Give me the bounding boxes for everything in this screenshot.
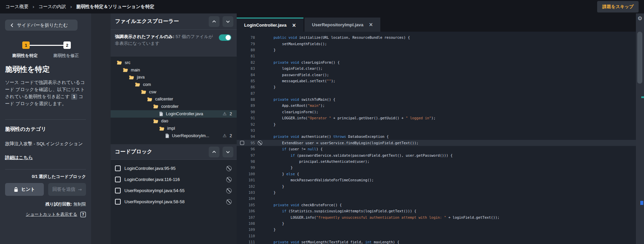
- codeblock-item[interactable]: UserRepositoryImpl.java:58-58: [111, 196, 237, 207]
- close-icon[interactable]: ×: [292, 22, 296, 28]
- code-line: 107 LOGGER.info("frequently unsuccessful…: [237, 214, 636, 220]
- hint-button[interactable]: ヒント: [5, 183, 44, 196]
- page-title: 脆弱性を特定: [5, 64, 86, 74]
- line-number: 111: [245, 240, 255, 244]
- code-text: }: [265, 190, 276, 194]
- line-number: 107: [245, 215, 255, 219]
- line-number: 104: [245, 196, 255, 201]
- codeblock-prev-button[interactable]: [209, 147, 219, 157]
- code-editor: LoginController.java×UserRepositoryImpl.…: [237, 13, 636, 244]
- tree-item-label: csw: [149, 90, 156, 94]
- breadcrumb-item[interactable]: 脆弱性を特定＆ソリューションを特定: [76, 4, 154, 10]
- skip-task-button[interactable]: 課題をスキップ: [597, 1, 639, 12]
- step-1-badge[interactable]: 1: [22, 41, 30, 49]
- folder-icon: [123, 68, 128, 72]
- file-tree: srcmainjavacomcswcallcentercontrollerLog…: [111, 57, 237, 144]
- codeblock-next-button[interactable]: [223, 147, 233, 157]
- ban-icon: [226, 199, 232, 205]
- step-1-label: 脆弱性を特定: [5, 53, 45, 59]
- attempts-value: 無制限: [74, 202, 86, 207]
- code-text: principal.setAuthenticated(user);: [265, 159, 370, 163]
- explorer-prev-button[interactable]: [209, 16, 219, 27]
- tree-item-label: LoginController.java: [166, 112, 203, 116]
- code-line-checkbox[interactable]: [240, 141, 244, 145]
- code-line: 89 App.setRoot("main");: [237, 102, 636, 109]
- tree-row-folder[interactable]: impl: [111, 125, 237, 132]
- line-number: 105: [245, 203, 255, 207]
- code-line: 104: [237, 195, 636, 202]
- task-description: ソース コードで強調表示されているコード ブロックを確認し、以下にリストされてい…: [5, 79, 87, 107]
- code-line: 85 messageLabel.setText("");: [237, 78, 636, 84]
- code-line-marker: [255, 141, 265, 145]
- breadcrumb-item[interactable]: コースの内訳: [38, 4, 66, 10]
- highlighted-files-toggle[interactable]: [219, 34, 231, 41]
- scrollbar-marker-teal: [641, 96, 644, 98]
- submit-answer-button[interactable]: 回答を送信 →: [48, 183, 86, 196]
- shortcuts-link[interactable]: ショートカットを表示する: [26, 212, 77, 217]
- code-area: 78 public void initialize(URL location, …: [237, 32, 636, 244]
- collapse-sidebar-button[interactable]: サイドバーを折りたたむ: [5, 20, 78, 31]
- codeblock-checkbox[interactable]: [115, 188, 121, 193]
- tree-row-file[interactable]: UserRepositoryIm...⚠2: [111, 132, 237, 140]
- codeblock-label: UserRepositoryImpl.java:54-55: [124, 188, 184, 193]
- app-root: コース概要›コースの内訳›脆弱性を特定＆ソリューションを特定 課題をスキップ サ…: [0, 0, 644, 244]
- tree-row-folder[interactable]: java: [111, 73, 237, 81]
- step-2-badge[interactable]: 2: [63, 41, 71, 49]
- codeblock-label: UserRepositoryImpl.java:58-58: [124, 199, 184, 204]
- codeblock-item[interactable]: LoginController.java:116-116: [111, 174, 237, 185]
- details-link[interactable]: 詳細はこちら: [5, 155, 33, 161]
- tree-row-folder[interactable]: csw: [111, 88, 237, 96]
- explorer-next-button[interactable]: [223, 16, 233, 27]
- code-line: 111 private void setMaxLength(TextField …: [237, 239, 636, 244]
- codeblock-checkbox[interactable]: [115, 165, 121, 171]
- editor-tab[interactable]: UserRepositoryImpl.java×: [304, 18, 380, 32]
- codeblock-item[interactable]: UserRepositoryImpl.java:54-55: [111, 185, 237, 196]
- code-line: 108 }: [237, 220, 636, 226]
- code-line: 91 LOGGER.info("Operator " + principal.g…: [237, 115, 636, 121]
- line-number: 85: [245, 79, 255, 83]
- scrollbar-thumb[interactable]: [637, 32, 642, 84]
- tree-row-folder[interactable]: src: [111, 59, 237, 66]
- line-number: 106: [245, 209, 255, 213]
- tree-row-folder[interactable]: com: [111, 81, 237, 88]
- line-number: 91: [245, 116, 255, 120]
- tree-row-folder[interactable]: dao: [111, 118, 237, 125]
- line-number: 95: [245, 141, 255, 145]
- help-icon[interactable]: ?: [80, 212, 86, 217]
- codeblock-checkbox[interactable]: [115, 177, 121, 182]
- code-text: public void initialize(URL location, Res…: [265, 35, 410, 39]
- codeblock-checkbox[interactable]: [115, 199, 121, 205]
- line-number: 100: [245, 172, 255, 176]
- warning-count: 2: [230, 133, 232, 138]
- folder-icon: [129, 75, 134, 80]
- code-line: 109 }: [237, 226, 636, 233]
- tree-row-file[interactable]: LoginController.java⚠2: [111, 110, 237, 118]
- category-heading: 脆弱性のカテゴリ: [5, 126, 86, 132]
- line-number: 86: [245, 85, 255, 89]
- codeblock-item[interactable]: LoginController.java:95-95: [111, 163, 237, 174]
- tree-row-folder[interactable]: main: [111, 66, 237, 74]
- tree-row-folder[interactable]: controller: [111, 103, 237, 110]
- step-2-label: 脆弱性を修正: [46, 53, 86, 59]
- file-icon: [159, 112, 163, 116]
- line-number: 102: [245, 184, 255, 188]
- code-line: 86 }: [237, 84, 636, 90]
- count-badge: 1: [71, 94, 78, 100]
- toggle-label: 強調表示されたファイルのみ: 57 個のファイルが非表示になっています: [115, 33, 215, 57]
- code-line: 101 mockPasswordValidateForTimeConsuming…: [237, 177, 636, 183]
- chevron-left-icon: [10, 23, 13, 27]
- code-line: 96 if (user != null) {: [237, 146, 636, 152]
- close-icon[interactable]: ×: [369, 22, 373, 28]
- file-explorer-title: ファイルエクスプローラー: [115, 18, 206, 25]
- chevron-up-icon: [212, 20, 216, 24]
- tree-row-folder[interactable]: callcenter: [111, 95, 237, 103]
- breadcrumb-item[interactable]: コース概要: [5, 4, 28, 10]
- code-text: loginField.clear();: [265, 66, 323, 70]
- gear-icon[interactable]: ⚙: [636, 16, 644, 21]
- breadcrumb-separator: ›: [70, 4, 72, 9]
- toggle-label-bold: 強調表示されたファイルのみ:: [115, 34, 174, 39]
- editor-tab[interactable]: LoginController.java×: [237, 18, 303, 32]
- warning-icon: ⚠: [223, 133, 227, 138]
- breadcrumb-separator: ›: [32, 4, 34, 9]
- codeblock-label: LoginController.java:116-116: [124, 177, 180, 182]
